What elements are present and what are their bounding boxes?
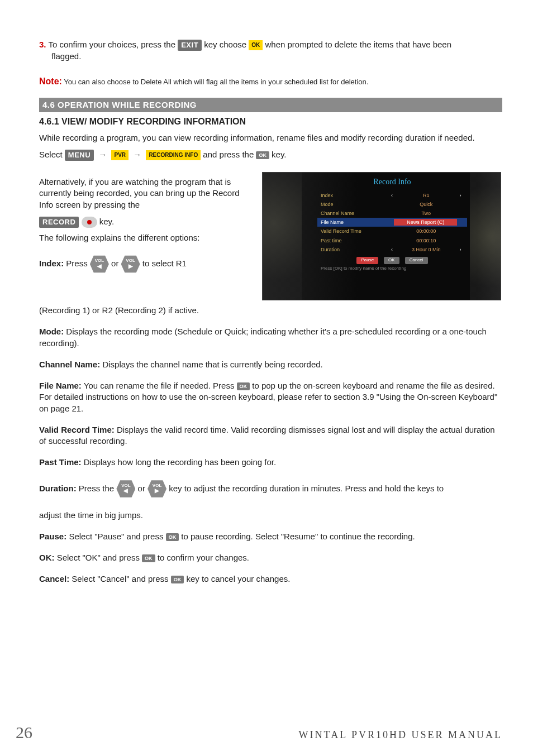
note-text: You can also choose to Delete All which … <box>64 78 368 86</box>
filename-label: File Name: <box>39 381 82 390</box>
step-3-text-2: key choose <box>204 40 249 49</box>
ok-before: Select "OK" and press <box>57 553 142 562</box>
alt-paragraph: Alternatively, if you are watching the p… <box>39 176 246 210</box>
index-after: to select R1 <box>142 259 187 268</box>
record-key-tail: key. <box>99 217 114 226</box>
right-chevron-icon: › <box>457 246 464 253</box>
channel-text: Displays the channel name that is curren… <box>102 360 322 369</box>
index-tail: (Recording 1) or R2 (Recording 2) if act… <box>39 305 502 316</box>
tv-row-valid: Valid Record Time 00:00:00 <box>317 227 467 236</box>
tv-bg-left <box>263 173 302 300</box>
ok-yellow-key-icon: OK <box>249 40 263 50</box>
tv-ok-button: OK <box>384 257 399 264</box>
tv-pause-button: Pause <box>356 257 378 264</box>
tv-row-past: Past time 00:00:10 <box>317 236 467 245</box>
index-before: Press <box>66 259 90 268</box>
tv-button-row: Pause OK Cancel <box>317 257 467 264</box>
mode-row: Mode: Displays the recording mode (Sched… <box>39 326 502 349</box>
right-chevron-icon: › <box>457 192 464 199</box>
duration-after: key to adjust the recording duration in … <box>169 483 444 492</box>
pause-after: to pause recording. Select "Resume" to c… <box>181 532 415 541</box>
ok-grey-key-icon: OK <box>171 576 184 583</box>
note-row: Note: You can also choose to Delete All … <box>39 75 502 88</box>
cancel-label: Cancel: <box>39 574 69 583</box>
record-info-screenshot: Record Info Index ‹ R1 › Mode Quick <box>262 172 501 300</box>
page-number: 26 <box>16 721 32 744</box>
tv-hint: Press [OK] to modify name of the recordi… <box>317 266 467 272</box>
valid-label: Valid Record Time: <box>39 425 115 434</box>
select-end: key. <box>272 150 286 159</box>
cancel-before: Select "Cancel" and press <box>72 574 170 583</box>
sub-heading: 4.6.1 VIEW/ MODIFY RECORDING INFORMATION <box>39 116 502 128</box>
select-word: Select <box>39 150 65 159</box>
left-chevron-icon: ‹ <box>389 246 396 253</box>
vol-left-key-icon: VOL◀ <box>116 479 135 500</box>
vol-left-key-icon: VOL◀ <box>90 253 109 275</box>
ok-grey-key-icon: OK <box>237 382 250 390</box>
ok-grey-key-icon: OK <box>256 151 269 159</box>
pause-before: Select "Pause" and press <box>69 532 165 541</box>
intro-paragraph: While recording a program, you can view … <box>39 132 502 143</box>
tv-title: Record Info <box>317 177 467 188</box>
duration-or: or <box>138 483 148 492</box>
past-label: Past Time: <box>39 457 82 467</box>
duration-row: Duration: Press the VOL◀ or VOL▶ key to … <box>39 479 502 500</box>
manual-page: 3. To confirm your choices, press the EX… <box>0 0 533 756</box>
ok-label: OK: <box>39 553 55 562</box>
tv-row-mode: Mode Quick <box>317 200 467 209</box>
past-row: Past Time: Displays how long the recordi… <box>39 457 502 468</box>
ok-after: to confirm your changes. <box>158 553 249 562</box>
vol-right-key-icon: VOL▶ <box>121 253 140 275</box>
left-column: Alternatively, if you are watching the p… <box>39 172 246 300</box>
index-label: Index: <box>39 259 64 268</box>
tv-row-duration: Duration ‹ 3 Hour 0 Min › <box>317 245 467 254</box>
select-menu-line: Select MENU → PVR → RECORDING INFO and p… <box>39 149 502 161</box>
step-3-text-4: flagged. <box>51 51 502 62</box>
duration-label: Duration: <box>39 483 77 492</box>
tv-panel: Record Info Index ‹ R1 › Mode Quick <box>317 177 467 294</box>
filename-row: File Name: You can rename the file if ne… <box>39 380 502 414</box>
past-text: Displays how long the recording has been… <box>84 457 276 467</box>
two-column-area: Alternatively, if you are watching the p… <box>39 172 502 300</box>
step-3-number: 3. <box>39 40 46 49</box>
pause-label: Pause: <box>39 532 66 541</box>
record-dot-icon <box>82 217 97 228</box>
mode-text: Displays the recording mode (Schedule or… <box>39 327 487 347</box>
vol-right-key-icon: VOL▶ <box>147 479 166 500</box>
step-3-text-1: To confirm your choices, press the <box>48 40 178 49</box>
step-3: 3. To confirm your choices, press the EX… <box>39 39 502 62</box>
left-chevron-icon: ‹ <box>389 192 396 199</box>
tv-row-channel: Channel Name Two <box>317 209 467 218</box>
arrow-icon: → <box>131 149 144 160</box>
cancel-after: key to cancel your changes. <box>186 574 290 583</box>
duration-before: Press the <box>79 483 117 492</box>
record-key-icon: RECORD <box>39 217 79 228</box>
step-3-text-3: when prompted to delete the items that h… <box>265 40 451 49</box>
pause-row: Pause: Select "Pause" and press OK to pa… <box>39 531 502 542</box>
index-row: Index: Press VOL◀ or VOL▶ to select R1 <box>39 253 246 275</box>
record-key-line: RECORD key. <box>39 216 246 228</box>
channel-label: Channel Name: <box>39 360 100 369</box>
tv-bg-right <box>470 173 501 300</box>
recording-info-key-icon: RECORDING INFO <box>146 150 201 160</box>
menu-key-icon: MENU <box>65 150 94 161</box>
mode-label: Mode: <box>39 327 64 336</box>
ok-grey-key-icon: OK <box>166 533 179 541</box>
tv-row-index: Index ‹ R1 › <box>317 191 467 200</box>
arrow-icon: → <box>96 149 109 160</box>
channel-row: Channel Name: Displays the channel name … <box>39 359 502 370</box>
duration-tail: adjust the time in big jumps. <box>39 510 502 521</box>
section-heading-bar: 4.6 OPERATION WHILE RECORDING <box>39 98 502 112</box>
footer-title: WINTAL PVR10HD USER MANUAL <box>299 728 502 741</box>
tv-row-file-highlight: File Name News Report (C) <box>317 218 467 227</box>
following-paragraph: The following explains the different opt… <box>39 232 246 243</box>
tv-cancel-button: Cancel <box>405 257 428 264</box>
exit-key-icon: EXIT <box>178 40 202 51</box>
index-or: or <box>111 259 121 268</box>
pvr-key-icon: PVR <box>111 150 129 160</box>
page-footer: 26 WINTAL PVR10HD USER MANUAL <box>0 721 533 744</box>
valid-row: Valid Record Time: Displays the valid re… <box>39 424 502 447</box>
ok-grey-key-icon: OK <box>142 554 155 562</box>
ok-row: OK: Select "OK" and press OK to confirm … <box>39 552 502 563</box>
right-column: Record Info Index ‹ R1 › Mode Quick <box>262 172 502 300</box>
